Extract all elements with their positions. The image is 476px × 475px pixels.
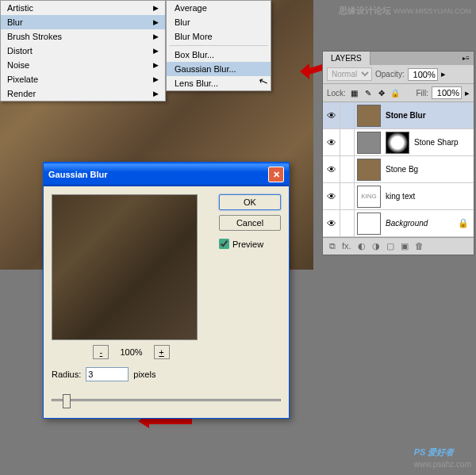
lock-fill-row: Lock: ▦ ✎ ✥ 🔒 Fill: 100%▸ [323,83,474,102]
visibility-toggle-icon[interactable]: 👁 [323,156,340,183]
layer-thumbnail[interactable] [357,132,381,154]
menu-item-noise[interactable]: Noise▶ [1,58,165,72]
zoom-out-button[interactable]: - [93,345,109,359]
layer-group-icon[interactable]: ▢ [386,241,394,251]
menu-item-blur[interactable]: Blur▶ [1,15,165,29]
submenu-arrow-icon: ▶ [153,47,159,55]
radius-input[interactable] [86,367,129,381]
layers-tab[interactable]: LAYERS [323,52,370,65]
lock-position-icon[interactable]: ✥ [376,87,387,98]
zoom-in-button[interactable]: + [154,345,170,359]
submenu-arrow-icon: ▶ [153,4,159,12]
visibility-toggle-icon[interactable]: 👁 [323,102,340,129]
lock-icon: 🔒 [458,218,469,228]
link-layers-icon[interactable]: ⧉ [329,241,336,251]
layer-row[interactable]: 👁 Stone Sharp [323,129,474,156]
menu-item-pixelate[interactable]: Pixelate▶ [1,72,165,86]
visibility-toggle-icon[interactable]: 👁 [323,210,340,237]
submenu-arrow-icon: ▶ [153,33,159,40]
layers-panel-header: LAYERS ▸≡ [323,52,474,65]
layer-thumbnail[interactable] [357,213,381,235]
watermark-top-sub: WWW.MISSYUAN.COM [393,7,471,15]
new-layer-icon[interactable]: ▣ [401,241,409,251]
layer-name[interactable]: Stone Bg [383,165,418,174]
menu-item-box-blur[interactable]: Box Blur... [167,48,271,62]
menu-item-average[interactable]: Average [167,1,271,15]
slider-handle[interactable] [63,394,71,408]
layer-style-icon[interactable]: fx. [342,241,351,251]
layer-list: 👁 Stone Blur 👁 Stone Sharp 👁 Stone Bg 👁 … [323,102,474,237]
watermark-bottom: PS 爱好者 www.psahz.com [414,439,471,469]
menu-item-render[interactable]: Render▶ [1,86,165,101]
visibility-toggle-icon[interactable]: 👁 [323,129,340,156]
lock-label: Lock: [327,89,346,98]
submenu-arrow-icon: ▶ [153,18,159,26]
menu-item-lens-blur[interactable]: Lens Blur... [167,76,271,90]
layer-thumbnail[interactable] [357,159,381,181]
link-cell[interactable] [340,129,355,156]
lock-transparency-icon[interactable]: ▦ [349,87,360,98]
menu-item-gaussian-blur[interactable]: Gaussian Blur... [167,62,271,76]
panel-menu-icon[interactable]: ▸≡ [463,55,470,62]
preview-image[interactable] [52,194,198,340]
menu-item-brush-strokes[interactable]: Brush Strokes▶ [1,29,165,44]
blend-opacity-row: Normal Opacity: 100%▸ [323,65,474,83]
submenu-arrow-icon: ▶ [153,90,159,98]
lock-all-icon[interactable]: 🔒 [390,87,401,98]
menu-item-blur-more[interactable]: Blur More [167,29,271,44]
filter-category-menu[interactable]: Artistic▶ Blur▶ Brush Strokes▶ Distort▶ … [0,0,166,102]
zoom-percent: 100% [120,347,142,357]
layer-row[interactable]: 👁 Stone Blur [323,102,474,129]
dialog-buttons: OK Cancel Preview [219,194,281,359]
link-cell[interactable] [340,156,355,183]
lock-paint-icon[interactable]: ✎ [363,87,374,98]
radius-label: Radius: [52,370,81,379]
adjustment-layer-icon[interactable]: ◑ [372,241,380,251]
layers-panel[interactable]: LAYERS ▸≡ Normal Opacity: 100%▸ Lock: ▦ … [322,51,474,255]
dialog-body: - 100% + OK Cancel Preview [44,186,289,367]
menu-item-blur-filter[interactable]: Blur [167,15,271,29]
dropdown-arrow-icon[interactable]: ▸ [441,69,446,79]
visibility-toggle-icon[interactable]: 👁 [323,183,340,210]
layer-mask-thumbnail[interactable] [386,132,409,154]
zoom-controls: - 100% + [52,345,211,359]
layer-row[interactable]: 👁 Stone Bg [323,156,474,183]
radius-slider[interactable] [52,393,281,407]
layer-row[interactable]: 👁 KING king text [323,183,474,210]
close-button[interactable]: ✕ [268,167,284,182]
layer-name[interactable]: Background [383,219,428,228]
fill-value[interactable]: 100% [432,86,462,99]
delete-layer-icon[interactable]: 🗑 [415,241,424,251]
dialog-titlebar[interactable]: Gaussian Blur ✕ [44,163,289,186]
watermark-top-main: 思缘设计论坛 [339,6,391,15]
layer-mask-icon[interactable]: ◐ [358,241,366,251]
link-cell[interactable] [340,102,355,129]
gaussian-blur-dialog[interactable]: Gaussian Blur ✕ - 100% + OK Cancel Previ… [43,162,290,419]
watermark-bottom-main: PS 爱好者 [414,447,455,457]
radius-row: Radius: pixels [44,367,289,389]
fill-label: Fill: [416,89,428,98]
menu-item-artistic[interactable]: Artistic▶ [1,1,165,15]
layer-name[interactable]: Stone Blur [383,111,426,120]
layer-row[interactable]: 👁 Background 🔒 [323,210,474,237]
layer-name[interactable]: king text [383,192,415,201]
opacity-label: Opacity: [375,70,405,79]
layer-name[interactable]: Stone Sharp [412,138,459,147]
layer-thumbnail[interactable] [357,105,381,127]
blend-mode-select[interactable]: Normal [327,67,372,81]
layer-thumbnail[interactable]: KING [357,186,381,208]
preview-checkbox-row[interactable]: Preview [219,239,281,249]
cancel-button[interactable]: Cancel [219,215,281,231]
link-cell[interactable] [340,210,355,237]
dialog-title: Gaussian Blur [48,170,108,179]
layers-panel-footer: ⧉ fx. ◐ ◑ ▢ ▣ 🗑 [323,237,474,255]
ok-button[interactable]: OK [219,194,281,210]
link-cell[interactable] [340,183,355,210]
opacity-value[interactable]: 100% [408,68,438,81]
menu-item-distort[interactable]: Distort▶ [1,44,165,58]
blur-submenu[interactable]: Average Blur Blur More Box Blur... Gauss… [166,0,271,91]
preview-checkbox-label: Preview [232,239,263,249]
dropdown-arrow-icon[interactable]: ▸ [465,88,470,98]
preview-checkbox[interactable] [219,239,229,249]
preview-area: - 100% + [52,194,211,359]
